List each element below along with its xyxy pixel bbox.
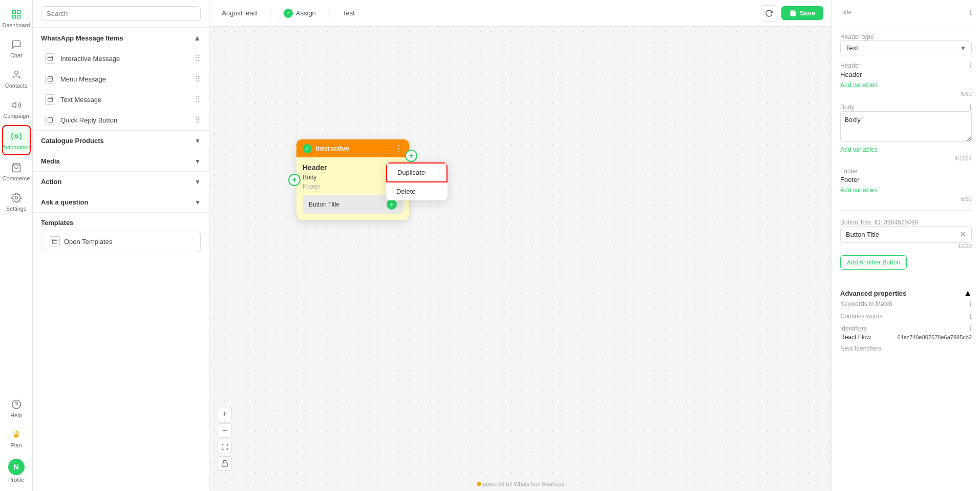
rp-identifiers-info-icon[interactable]: ℹ (969, 324, 972, 333)
nav-commerce[interactable]: Commerce (2, 157, 31, 186)
rp-add-another-button[interactable]: Add Another Button (840, 255, 907, 270)
canvas-area[interactable]: + ✓ Interactive ⋮ Header Body Footer But… (209, 27, 832, 491)
rp-keywords-label-row: Keywords to Match ℹ (840, 300, 972, 308)
canvas-footer-text: powered by WhatsTool Business (483, 481, 564, 487)
rp-header-type-section: Header type Text ▼ (840, 33, 972, 55)
nav-plan[interactable]: ♛ Plan (2, 424, 31, 453)
sidebar-item-quick-reply[interactable]: Quick Reply Button ⠿ (33, 110, 209, 130)
refresh-button[interactable] (761, 5, 777, 22)
nav-campaign[interactable]: Campaign (2, 95, 31, 123)
save-button[interactable]: Save (781, 6, 823, 20)
rp-divider-2 (840, 210, 972, 211)
node-more-button[interactable]: ⋮ (395, 144, 403, 153)
rp-header-info-icon[interactable]: ℹ (969, 62, 972, 70)
zoom-in-button[interactable]: + (218, 407, 232, 421)
sidebar-section-media-header[interactable]: Media ▼ (33, 151, 209, 171)
canvas-footer: powered by WhatsTool Business (477, 481, 564, 487)
sidebar-section-ask-label: Ask a question (41, 198, 88, 206)
nav-dashboard-label: Dashboard (3, 22, 30, 28)
svg-marker-5 (12, 102, 16, 108)
wa-assign-icon: ✓ (284, 9, 293, 18)
menu-message-label: Menu Message (60, 75, 106, 83)
rp-body-add-variables-label: Add variables (840, 146, 878, 153)
sidebar-section-whatsapp-header[interactable]: WhatsApp Message Items ▲ (33, 28, 209, 48)
rp-header-type-select[interactable]: Text ▼ (840, 40, 972, 55)
tab-august-lead[interactable]: August lead (218, 7, 261, 19)
rp-footer-label-row: Footer (840, 168, 972, 175)
nav-help[interactable]: Help (2, 394, 31, 422)
nav-dashboard[interactable]: Dashboard (2, 4, 31, 32)
rp-advanced-header[interactable]: Advanced properties ▲ (840, 287, 972, 300)
node-wa-icon: ✓ (303, 144, 312, 153)
rp-keywords-info-icon[interactable]: ℹ (969, 300, 972, 308)
rp-keywords-spacer (840, 308, 972, 312)
nav-automation[interactable]: Automation (2, 125, 31, 155)
rp-button-title-input-row: Button Title ✕ (840, 226, 972, 243)
nav-plan-label: Plan (10, 442, 22, 448)
rp-add-another-button-container: Add Another Button (840, 255, 972, 270)
zoom-out-button[interactable]: − (218, 423, 232, 438)
tab-assign-label: Assign (296, 9, 316, 17)
node-add-right-button[interactable]: + (405, 150, 417, 162)
drag-icon-quick-reply: ⠿ (195, 115, 201, 125)
rp-advanced-section: Advanced properties ▲ Keywords to Match … (840, 287, 972, 352)
rp-title-info-icon[interactable]: ℹ (969, 8, 972, 16)
sidebar-section-catalogue-header[interactable]: Catalogue Products ▼ (33, 131, 209, 151)
open-templates-icon (50, 236, 60, 247)
nav-profile[interactable]: N Profile (2, 455, 31, 487)
sidebar-item-quick-reply-left: Quick Reply Button (45, 115, 117, 125)
context-menu-delete[interactable]: Delete (386, 182, 448, 200)
rp-contains-words-info-icon[interactable]: ℹ (969, 312, 972, 320)
lock-button[interactable] (218, 456, 232, 470)
settings-icon (10, 192, 23, 204)
sidebar-search-area (33, 0, 209, 28)
rp-title-label: Title (840, 9, 851, 16)
node-header: ✓ Interactive ⋮ (296, 139, 409, 157)
sidebar-section-media: Media ▼ (33, 151, 209, 172)
rp-footer-value: Footer (840, 175, 972, 185)
rp-advanced-content: Keywords to Match ℹ Contains words ℹ Ide… (840, 300, 972, 352)
open-templates-label: Open Templates (64, 238, 112, 246)
svg-rect-20 (222, 463, 228, 466)
sidebar-item-menu-message-left: Menu Message (45, 74, 106, 84)
nav-settings[interactable]: Settings (2, 188, 31, 216)
menu-message-icon (45, 74, 55, 84)
sidebar-section-ask: Ask a question ▼ (33, 192, 209, 213)
node-button-plus[interactable]: + (387, 199, 397, 210)
open-templates-button[interactable]: Open Templates (41, 231, 201, 252)
svg-point-8 (15, 197, 17, 199)
svg-point-6 (15, 135, 18, 138)
rp-button-title-clear-button[interactable]: ✕ (960, 230, 966, 239)
svg-rect-15 (48, 97, 53, 102)
nav-contacts[interactable]: Contacts (2, 65, 31, 93)
sidebar-item-menu-message[interactable]: Menu Message ⠿ (33, 69, 209, 89)
chat-icon (10, 38, 23, 51)
quick-reply-label: Quick Reply Button (60, 116, 117, 124)
rp-identifiers-label-row: Identifiers ℹ (840, 324, 972, 333)
rp-button-char-count: 12/20 (840, 243, 972, 249)
quick-reply-icon (45, 115, 55, 125)
rp-footer-add-variables[interactable]: Add variables (840, 185, 972, 196)
rp-body-add-variables[interactable]: Add variables (840, 144, 972, 155)
avatar: N (8, 459, 25, 475)
search-input[interactable] (41, 6, 201, 21)
nav-contacts-label: Contacts (5, 83, 27, 89)
tab-test[interactable]: Test (338, 7, 359, 19)
rp-body-textarea[interactable]: Body (840, 111, 972, 142)
sidebar-section-ask-header[interactable]: Ask a question ▼ (33, 192, 209, 212)
node-add-left-button[interactable]: + (288, 174, 301, 186)
nav-chat[interactable]: Chat (2, 34, 31, 63)
interactive-message-icon (45, 53, 55, 64)
context-menu-duplicate[interactable]: Duplicate (386, 162, 448, 182)
chevron-down-media-icon: ▼ (195, 158, 201, 165)
rp-header-add-variables[interactable]: Add variables (840, 79, 972, 91)
fullscreen-button[interactable] (218, 440, 232, 454)
rp-body-info-icon[interactable]: ℹ (969, 103, 972, 111)
tab-assign[interactable]: ✓ Assign (280, 7, 320, 20)
rp-body-label-row: Body ℹ (840, 103, 972, 111)
svg-rect-3 (17, 15, 20, 18)
sidebar-section-action-header[interactable]: Action ▼ (33, 172, 209, 192)
sidebar-item-interactive-message[interactable]: Interactive Message ⠿ (33, 48, 209, 69)
sidebar-item-text-message[interactable]: Text Message ⠿ (33, 89, 209, 110)
canvas-zoom-controls: + − (218, 407, 232, 470)
